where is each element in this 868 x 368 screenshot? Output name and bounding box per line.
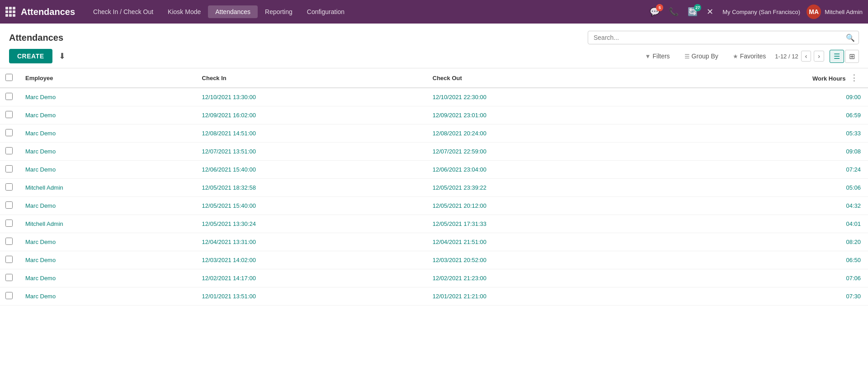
close-icon-btn[interactable]: ✕: [704, 5, 716, 19]
row-checkbox[interactable]: [5, 220, 13, 227]
search-input[interactable]: [592, 31, 846, 44]
export-button[interactable]: ⬇: [56, 49, 68, 63]
employee-cell[interactable]: Mitchell Admin: [18, 215, 195, 233]
filter-group: ▼ Filters ☰ Group By ★ Favorites: [642, 51, 770, 62]
activities-badge: 27: [694, 4, 701, 11]
table-row: Mitchell Admin 12/05/2021 13:30:24 12/05…: [0, 215, 868, 233]
workhours-column-header[interactable]: Work Hours ⋮: [656, 68, 868, 88]
employee-cell[interactable]: Mitchell Admin: [18, 179, 195, 197]
list-view-button[interactable]: ☰: [830, 50, 844, 63]
topnav-menu-item-kiosk-mode[interactable]: Kiosk Mode: [160, 5, 208, 18]
workhours-cell: 05:06: [656, 179, 868, 197]
employee-column-header[interactable]: Employee: [18, 68, 195, 88]
row-checkbox-cell[interactable]: [0, 233, 18, 251]
row-checkbox-cell[interactable]: [0, 161, 18, 179]
favorites-button[interactable]: ★ Favorites: [729, 51, 770, 62]
filters-button[interactable]: ▼ Filters: [642, 51, 674, 62]
select-all-checkbox[interactable]: [5, 74, 13, 81]
table-row: Marc Demo 12/05/2021 15:40:00 12/05/2021…: [0, 197, 868, 215]
column-options-icon[interactable]: ⋮: [847, 72, 861, 83]
row-checkbox[interactable]: [5, 292, 13, 299]
topnav-menu-item-reporting[interactable]: Reporting: [258, 5, 300, 18]
employee-cell[interactable]: Marc Demo: [18, 251, 195, 269]
table-row: Marc Demo 12/03/2021 14:02:00 12/03/2021…: [0, 251, 868, 269]
groupby-icon: ☰: [684, 53, 690, 60]
row-checkbox-cell[interactable]: [0, 124, 18, 143]
next-page-button[interactable]: ›: [814, 51, 824, 62]
kanban-view-button[interactable]: ⊞: [845, 50, 859, 63]
search-icon[interactable]: 🔍: [846, 33, 855, 42]
row-checkbox[interactable]: [5, 93, 13, 100]
table-row: Marc Demo 12/01/2021 13:51:00 12/01/2021…: [0, 287, 868, 306]
employee-cell[interactable]: Marc Demo: [18, 106, 195, 124]
checkin-cell: 12/08/2021 14:51:00: [195, 124, 425, 143]
row-checkbox-cell[interactable]: [0, 106, 18, 124]
table-row: Marc Demo 12/06/2021 15:40:00 12/06/2021…: [0, 161, 868, 179]
messages-icon-btn[interactable]: 💬 5: [647, 5, 662, 19]
table-row: Marc Demo 12/07/2021 13:51:00 12/07/2021…: [0, 143, 868, 161]
row-checkbox[interactable]: [5, 165, 13, 172]
groupby-button[interactable]: ☰ Group By: [681, 51, 722, 62]
workhours-cell: 08:20: [656, 233, 868, 251]
row-checkbox[interactable]: [5, 274, 13, 281]
pagination-info: 1-12 / 12: [775, 53, 798, 60]
checkout-cell: 12/08/2021 20:24:00: [425, 124, 656, 143]
table-row: Marc Demo 12/09/2021 16:02:00 12/09/2021…: [0, 106, 868, 124]
employee-cell[interactable]: Marc Demo: [18, 143, 195, 161]
row-checkbox-cell[interactable]: [0, 251, 18, 269]
favorites-label: Favorites: [740, 53, 766, 60]
row-checkbox[interactable]: [5, 111, 13, 118]
row-checkbox-cell[interactable]: [0, 269, 18, 287]
employee-cell[interactable]: Marc Demo: [18, 161, 195, 179]
table-body: Marc Demo 12/10/2021 13:30:00 12/10/2021…: [0, 88, 868, 306]
checkin-column-header[interactable]: Check In: [195, 68, 425, 88]
table-row: Mitchell Admin 12/05/2021 18:32:58 12/05…: [0, 179, 868, 197]
row-checkbox-cell[interactable]: [0, 287, 18, 306]
phone-icon-btn[interactable]: 📞: [666, 5, 681, 19]
checkin-cell: 12/05/2021 13:30:24: [195, 215, 425, 233]
workhours-cell: 09:08: [656, 143, 868, 161]
search-container: 🔍: [588, 31, 859, 44]
table-row: Marc Demo 12/04/2021 13:31:00 12/04/2021…: [0, 233, 868, 251]
filters-label: Filters: [652, 53, 670, 60]
row-checkbox-cell[interactable]: [0, 143, 18, 161]
employee-cell[interactable]: Marc Demo: [18, 88, 195, 106]
employee-cell[interactable]: Marc Demo: [18, 287, 195, 306]
workhours-cell: 04:01: [656, 215, 868, 233]
company-name: My Company (San Francisco): [722, 9, 800, 15]
checkout-cell: 12/09/2021 23:01:00: [425, 106, 656, 124]
row-checkbox-cell[interactable]: [0, 88, 18, 106]
workhours-cell: 07:06: [656, 269, 868, 287]
workhours-cell: 04:32: [656, 197, 868, 215]
user-avatar[interactable]: MA: [807, 5, 821, 19]
workhours-cell: 05:33: [656, 124, 868, 143]
topnav-menu-item-configuration[interactable]: Configuration: [300, 5, 352, 18]
row-checkbox-cell[interactable]: [0, 215, 18, 233]
checkin-cell: 12/05/2021 18:32:58: [195, 179, 425, 197]
row-checkbox-cell[interactable]: [0, 197, 18, 215]
row-checkbox[interactable]: [5, 256, 13, 263]
row-checkbox[interactable]: [5, 238, 13, 245]
checkout-column-header[interactable]: Check Out: [425, 68, 656, 88]
row-checkbox[interactable]: [5, 147, 13, 154]
row-checkbox[interactable]: [5, 201, 13, 209]
page: Attendances 🔍 CREATE ⬇ ▼ Filters ☰ Group…: [0, 24, 868, 368]
row-checkbox[interactable]: [5, 129, 13, 136]
row-checkbox-cell[interactable]: [0, 179, 18, 197]
topnav-menu-item-attendances[interactable]: Attendances: [208, 5, 258, 18]
messages-badge: 5: [656, 4, 663, 11]
employee-cell[interactable]: Marc Demo: [18, 233, 195, 251]
row-checkbox[interactable]: [5, 183, 13, 191]
workhours-cell: 09:00: [656, 88, 868, 106]
activities-icon-btn[interactable]: 🔄 27: [685, 5, 700, 19]
employee-cell[interactable]: Marc Demo: [18, 197, 195, 215]
apps-grid-icon[interactable]: [5, 7, 15, 17]
prev-page-button[interactable]: ‹: [801, 51, 811, 62]
employee-cell[interactable]: Marc Demo: [18, 124, 195, 143]
page-header: Attendances 🔍: [0, 24, 868, 44]
checkout-cell: 12/03/2021 20:52:00: [425, 251, 656, 269]
create-button[interactable]: CREATE: [9, 49, 52, 63]
topnav-menu-item-check-in-/-check-out[interactable]: Check In / Check Out: [86, 5, 160, 18]
select-all-header[interactable]: [0, 68, 18, 88]
employee-cell[interactable]: Marc Demo: [18, 269, 195, 287]
